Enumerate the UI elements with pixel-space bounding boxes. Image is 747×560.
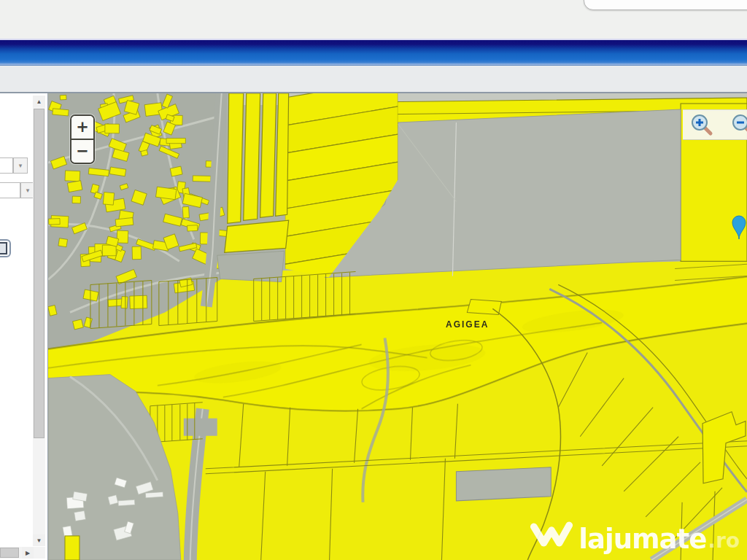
- main-content: ▾ ▾ ▲ ▼ ▶: [0, 93, 747, 560]
- scroll-down-icon[interactable]: ▼: [33, 534, 45, 546]
- scroll-right-icon[interactable]: ▶: [22, 547, 34, 559]
- top-header-area: [0, 0, 747, 39]
- tool-button-icon: [0, 242, 7, 254]
- left-sidebar-panel: ▾ ▾ ▲ ▼ ▶: [0, 93, 47, 560]
- cadastral-map-canvas[interactable]: [48, 93, 747, 560]
- chevron-down-icon[interactable]: ▾: [13, 158, 28, 174]
- dropdown-2-value[interactable]: [0, 182, 20, 198]
- magnifier-zoom-out-icon[interactable]: [731, 113, 747, 136]
- map-zoom-control: + −: [70, 114, 95, 164]
- browser-tab[interactable]: [584, 0, 747, 10]
- scroll-up-icon[interactable]: ▲: [33, 96, 45, 107]
- zoom-in-button[interactable]: +: [71, 116, 93, 140]
- zoom-out-button[interactable]: −: [71, 140, 93, 163]
- sidebar-dropdown-2[interactable]: ▾: [0, 182, 35, 198]
- horizontal-scroll-thumb[interactable]: [0, 548, 19, 558]
- sidebar-tool-button[interactable]: [0, 239, 11, 257]
- sidebar-horizontal-scrollbar[interactable]: ▶: [0, 547, 45, 559]
- sidebar-dropdown-1[interactable]: ▾: [0, 158, 28, 174]
- gray-strip-parcel: [456, 467, 551, 501]
- map-pin-icon[interactable]: [731, 214, 747, 241]
- blue-banner-bar: [0, 40, 747, 65]
- app-window: ▾ ▾ ▲ ▼ ▶: [0, 0, 747, 560]
- map-magnifier-toolbar: [683, 109, 747, 140]
- magnifier-zoom-in-icon[interactable]: [690, 113, 713, 136]
- vertical-scroll-thumb[interactable]: [34, 109, 44, 438]
- dropdown-1-value[interactable]: [0, 158, 13, 174]
- sub-header-strip: [0, 65, 747, 93]
- place-label-agigea: AGIGEA: [446, 319, 489, 330]
- sidebar-vertical-scrollbar[interactable]: ▲ ▼: [33, 96, 45, 546]
- map-viewport[interactable]: + − AGIGEA: [47, 93, 747, 560]
